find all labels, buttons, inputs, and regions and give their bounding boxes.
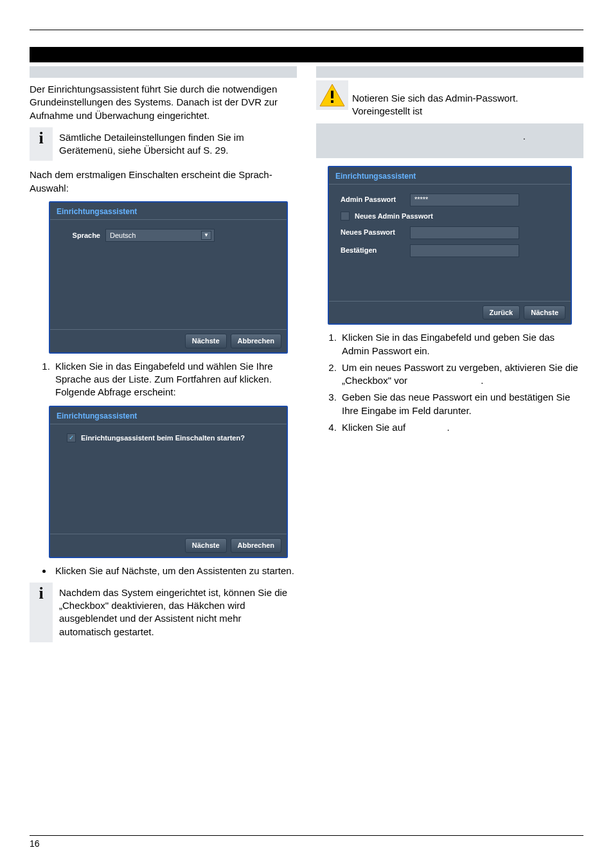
svg-rect-2 <box>331 100 333 103</box>
warn-line2: Voreingestellt ist <box>352 105 422 116</box>
right-step-4a: Klicken Sie auf <box>342 422 405 433</box>
right-column: Notieren Sie sich das Admin-Passwort. Vo… <box>316 66 583 650</box>
info-box-2: i Nachdem das System eingerichtet ist, k… <box>30 583 297 642</box>
info-box-1: i Sämtliche Detaileinstellungen finden S… <box>30 127 297 161</box>
confirm-password-input[interactable] <box>410 244 519 257</box>
ss2-checklabel: Einrichtungsassistent beim Einschalten s… <box>81 433 245 443</box>
warning-icon-wrap <box>316 80 348 110</box>
info-icon-cell: i <box>30 127 53 161</box>
right-step-2a: Um ein neues Passwort zu vergeben, aktiv… <box>342 362 578 386</box>
next-button[interactable]: Nächste <box>524 305 565 320</box>
warning-icon <box>319 83 346 107</box>
right-step-4b: . <box>447 422 449 433</box>
ss1-label: Sprache <box>62 231 100 240</box>
right-step-3: Geben Sie das neue Passwort ein und best… <box>339 391 583 417</box>
start-wizard-checkbox[interactable]: ✓ <box>67 433 76 442</box>
cancel-button[interactable]: Abbrechen <box>231 334 281 348</box>
right-steps: Klicken Sie in das Eingabefeld und geben… <box>316 331 583 434</box>
ss2-title: Einrichtungsassistent <box>50 407 287 424</box>
right-step-2: Um ein neues Passwort zu vergeben, aktiv… <box>339 361 583 388</box>
two-column-layout: Der Einrichtungsassistent führt Sie durc… <box>30 66 583 650</box>
warning-row: Notieren Sie sich das Admin-Passwort. Vo… <box>316 80 583 118</box>
screenshot-start-wizard: Einrichtungsassistent ✓ Einrichtungsassi… <box>49 406 288 558</box>
top-rule <box>30 30 583 30</box>
page-footer: 16 <box>30 835 583 849</box>
next-button[interactable]: Nächste <box>185 334 227 348</box>
right-step-4: Klicken Sie auf . <box>339 421 583 434</box>
warn-line1: Notieren Sie sich das Admin-Passwort. <box>352 93 518 104</box>
language-value: Deutsch <box>110 231 136 240</box>
admin-password-input[interactable]: ***** <box>410 194 519 206</box>
new-password-label: Neues Passwort <box>341 228 405 237</box>
admin-password-label: Admin Passwort <box>341 195 405 204</box>
chevron-down-icon[interactable]: ▼ <box>201 231 211 240</box>
grey-strip-right <box>316 66 583 78</box>
new-password-input[interactable] <box>410 226 519 239</box>
confirm-password-label: Bestätigen <box>341 246 405 255</box>
info-icon: i <box>39 585 43 602</box>
password-dot: . <box>523 131 526 141</box>
left-bullet-1: Klicken Sie auf Nächste, um den Assisten… <box>53 565 297 577</box>
right-step-1: Klicken Sie in das Eingabefeld und geben… <box>339 331 583 357</box>
info-icon-cell: i <box>30 583 53 642</box>
grey-strip-left <box>30 66 297 78</box>
left-steps-1: Klicken Sie in das Eingabefeld und wähle… <box>30 360 297 399</box>
right-step-2b: . <box>481 375 483 386</box>
left-step-1: Klicken Sie in das Eingabefeld und wähle… <box>53 360 297 399</box>
new-admin-password-label: Neues Admin Passwort <box>355 212 433 221</box>
left-bullets: Klicken Sie auf Nächste, um den Assisten… <box>30 565 297 577</box>
screenshot-password: Einrichtungsassistent Admin Passwort ***… <box>328 166 572 325</box>
next-button[interactable]: Nächste <box>185 538 227 553</box>
language-select[interactable]: Deutsch ▼ <box>105 229 215 242</box>
intro-text: Der Einrichtungsassistent führt Sie durc… <box>30 83 297 122</box>
left-column: Der Einrichtungsassistent führt Sie durc… <box>30 66 297 650</box>
page-number: 16 <box>30 838 40 849</box>
ss1-title: Einrichtungsassistent <box>50 203 287 220</box>
section-blackbar <box>30 47 583 62</box>
screenshot-language: Einrichtungsassistent Sprache Deutsch ▼ … <box>49 201 288 354</box>
info-icon: i <box>39 130 43 147</box>
svg-rect-1 <box>331 91 333 98</box>
cancel-button[interactable]: Abbrechen <box>231 538 281 553</box>
password-grey-block: . <box>316 123 583 158</box>
info-text-1: Sämtliche Detaileinstellungen finden Sie… <box>53 127 297 161</box>
new-admin-password-checkbox[interactable] <box>341 212 350 221</box>
ss3-title: Einrichtungsassistent <box>329 167 571 185</box>
after-info-text: Nach dem erstmaligen Einschalten erschei… <box>30 168 297 195</box>
info-text-2: Nachdem das System eingerichtet ist, kön… <box>53 583 297 642</box>
back-button[interactable]: Zurück <box>483 305 520 320</box>
